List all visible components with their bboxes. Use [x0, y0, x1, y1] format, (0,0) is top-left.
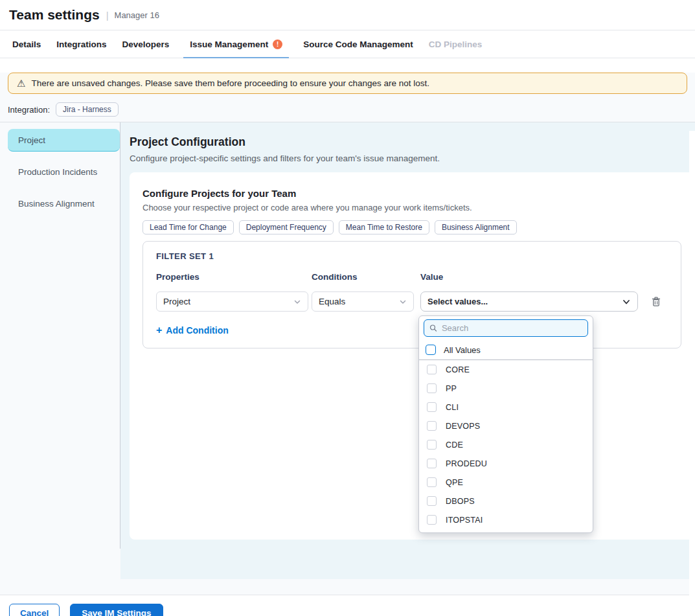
sidebar-divider — [120, 122, 120, 549]
chip-business-alignment[interactable]: Business Alignment — [435, 220, 517, 234]
properties-column-label: Properties — [156, 272, 312, 282]
section-title: Project Configuration — [130, 135, 695, 149]
trash-icon — [651, 296, 661, 308]
option-cde[interactable]: CDE — [419, 435, 593, 454]
page-header: Team settings | Manager 16 — [0, 0, 695, 30]
configure-projects-card: Configure Projects for your Team Choose … — [130, 172, 695, 540]
card-subtitle: Choose your respective project or code a… — [142, 203, 681, 212]
filter-set-title: FILTER SET 1 — [156, 251, 668, 261]
option-dbops[interactable]: DBOPS — [419, 492, 593, 510]
tab-integrations[interactable]: Integrations — [55, 30, 108, 58]
project-configuration-section: Project Configuration Configure project-… — [120, 122, 695, 579]
option-devops[interactable]: DEVOPS — [419, 416, 593, 435]
option-checkbox[interactable] — [427, 496, 437, 506]
option-prodedu[interactable]: PRODEDU — [419, 454, 593, 473]
title-separator: | — [106, 10, 109, 21]
unsaved-changes-badge-icon: ! — [273, 40, 282, 49]
metric-chips-row: Lead Time for Change Deployment Frequenc… — [142, 220, 681, 234]
integration-label: Integration: — [8, 105, 50, 115]
scrollbar-gutter — [689, 131, 695, 616]
cancel-button[interactable]: Cancel — [9, 604, 60, 616]
tab-label: Developers — [122, 40, 170, 49]
warning-message: There are unsaved changes. Please save t… — [31, 78, 429, 88]
property-select-value: Project — [163, 297, 190, 306]
chevron-down-icon — [293, 298, 301, 306]
tab-developers[interactable]: Developers — [121, 30, 171, 58]
tab-cd-pipelines: CD Pipelines — [427, 30, 484, 58]
section-subtitle: Configure project-specific settings and … — [130, 154, 695, 163]
team-settings-page: Team settings | Manager 16 Details Integ… — [0, 0, 695, 616]
integration-row: Integration: Jira - Harness — [8, 102, 695, 117]
tab-label: Issue Management — [190, 40, 268, 49]
sidebar-item-project[interactable]: Project — [8, 129, 120, 152]
option-checkbox[interactable] — [427, 477, 437, 487]
option-label: PP — [446, 384, 457, 393]
option-checkbox[interactable] — [427, 440, 437, 450]
value-dropdown-panel: All Values CORE PP CLI DEVOPS CDE PRODED… — [418, 315, 593, 533]
dropdown-search-box[interactable] — [424, 319, 588, 337]
save-im-settings-button[interactable]: Save IM Settings — [70, 604, 163, 616]
value-multiselect[interactable]: Select values... — [420, 291, 638, 312]
sidebar-item-label: Production Incidents — [18, 167, 97, 177]
option-label: CDE — [446, 440, 463, 450]
option-pp[interactable]: PP — [419, 379, 593, 398]
select-all-values-row[interactable]: All Values — [419, 340, 593, 360]
filter-condition-row: Project Equals Select values... — [156, 291, 668, 312]
delete-condition-button[interactable] — [651, 296, 661, 308]
chip-lead-time-for-change[interactable]: Lead Time for Change — [142, 220, 234, 234]
tab-label: CD Pipelines — [429, 40, 483, 49]
option-label: CORE — [446, 365, 470, 374]
unsaved-changes-banner: ⚠ There are unsaved changes. Please save… — [8, 73, 687, 94]
all-values-label: All Values — [444, 345, 481, 355]
footer-action-bar: Cancel Save IM Settings — [0, 595, 695, 616]
chevron-down-icon — [622, 297, 631, 306]
search-input[interactable] — [442, 323, 582, 333]
option-cli[interactable]: CLI — [419, 398, 593, 416]
card-title: Configure Projects for your Team — [142, 188, 681, 199]
search-icon — [429, 324, 437, 332]
value-select-placeholder: Select values... — [427, 297, 488, 306]
tab-details[interactable]: Details — [11, 30, 42, 58]
option-checkbox[interactable] — [427, 459, 437, 468]
chip-deployment-frequency[interactable]: Deployment Frequency — [239, 220, 334, 234]
add-condition-button[interactable]: + Add Condition — [156, 325, 229, 336]
warning-triangle-icon: ⚠ — [17, 78, 25, 88]
tab-label: Integrations — [56, 40, 106, 49]
chevron-down-icon — [399, 298, 407, 306]
filter-column-headers: Properties Conditions Value — [156, 272, 668, 282]
sidebar-item-business-alignment[interactable]: Business Alignment — [8, 192, 120, 215]
im-sidebar: Project Production Incidents Business Al… — [0, 122, 120, 579]
condition-select-value: Equals — [319, 297, 345, 306]
option-label: CLI — [446, 403, 459, 412]
property-select[interactable]: Project — [156, 291, 308, 312]
tab-label: Details — [12, 40, 41, 49]
condition-select[interactable]: Equals — [312, 291, 414, 312]
integration-chip[interactable]: Jira - Harness — [56, 102, 119, 117]
sidebar-item-production-incidents[interactable]: Production Incidents — [8, 161, 120, 183]
page-title: Team settings — [9, 7, 100, 23]
option-itopstai[interactable]: ITOPSTAI — [419, 510, 593, 529]
chip-mean-time-to-restore[interactable]: Mean Time to Restore — [339, 220, 429, 234]
option-checkbox[interactable] — [427, 383, 437, 393]
tab-source-code-management[interactable]: Source Code Management — [302, 30, 415, 58]
option-label: PRODEDU — [446, 459, 487, 468]
option-checkbox[interactable] — [427, 421, 437, 431]
value-column-label: Value — [420, 272, 443, 282]
option-core[interactable]: CORE — [419, 360, 593, 379]
option-pipe[interactable]: PIPE — [419, 529, 593, 533]
tab-issue-management[interactable]: Issue Management ! — [183, 30, 289, 58]
dropdown-options-list: CORE PP CLI DEVOPS CDE PRODEDU QPE DBOPS… — [419, 360, 593, 533]
option-label: DBOPS — [446, 497, 475, 506]
option-label: DEVOPS — [446, 422, 480, 431]
option-checkbox[interactable] — [427, 365, 437, 374]
all-values-checkbox[interactable] — [426, 345, 436, 355]
option-checkbox[interactable] — [427, 515, 437, 525]
option-label: QPE — [446, 478, 463, 487]
settings-tabs: Details Integrations Developers Issue Ma… — [0, 30, 695, 58]
conditions-column-label: Conditions — [312, 272, 420, 282]
add-condition-label: Add Condition — [166, 325, 228, 336]
tab-label: Source Code Management — [303, 40, 413, 49]
option-qpe[interactable]: QPE — [419, 473, 593, 492]
team-name-label: Manager 16 — [115, 10, 159, 20]
option-checkbox[interactable] — [427, 402, 437, 412]
